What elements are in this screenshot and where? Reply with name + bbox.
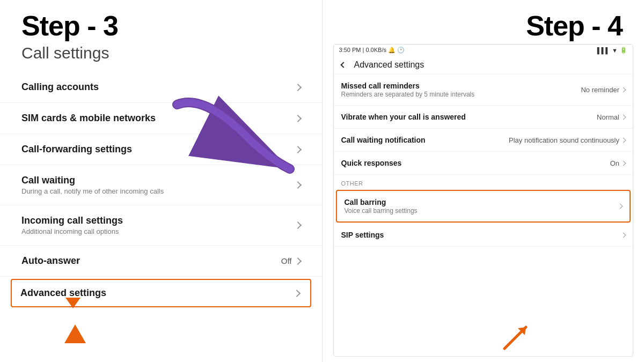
right-panel: Step - 4 3:50 PM | 0.0KB/s 🔔 🕐 ▌▌▌ ▼ 🔋 A…: [323, 0, 645, 362]
chevron-right-icon-auto-answer: [294, 257, 301, 264]
status-icons: ▌▌▌ ▼ 🔋: [597, 47, 627, 54]
phone-item-title-missed-call: Missed call reminders: [341, 82, 581, 90]
phone-item-title-vibrate-call: Vibrate when your call is answered: [341, 113, 597, 121]
chevron-right-icon-incoming-call: [294, 221, 301, 229]
phone-item-title-quick-responses: Quick responses: [341, 159, 610, 167]
chevron-icon-quick-responses: [621, 160, 626, 166]
chevron-icon-sip-settings: [621, 232, 626, 238]
chevron-right-icon-sim-cards: [294, 114, 301, 122]
phone-item-title-sip-settings: SIP settings: [341, 231, 622, 239]
settings-item-incoming-call[interactable]: Incoming call settingsAdditional incomin…: [0, 205, 322, 246]
phone-item-subtitle-missed-call: Reminders are separated by 5 minute inte…: [341, 91, 581, 98]
chevron-right-icon-call-forwarding: [294, 145, 301, 153]
settings-item-title-calling-accounts: Calling accounts: [21, 82, 99, 93]
settings-item-title-advanced-settings: Advanced settings: [20, 287, 106, 299]
settings-item-title-call-forwarding: Call-forwarding settings: [21, 144, 132, 155]
phone-advanced-list: Missed call remindersReminders are separ…: [334, 75, 633, 356]
chevron-icon-missed-call: [621, 87, 626, 93]
arrow-up-indicator: [65, 298, 80, 308]
settings-list: Calling accountsSIM cards & mobile netwo…: [0, 72, 322, 362]
chevron-icon-call-barring: [618, 204, 623, 209]
settings-item-call-forwarding[interactable]: Call-forwarding settings: [0, 134, 322, 165]
phone-header: Advanced settings: [334, 56, 633, 75]
status-bar: 3:50 PM | 0.0KB/s 🔔 🕐 ▌▌▌ ▼ 🔋: [334, 45, 633, 56]
phone-item-call-barring[interactable]: Call barringVoice call barring settings: [336, 190, 631, 223]
phone-screen: 3:50 PM | 0.0KB/s 🔔 🕐 ▌▌▌ ▼ 🔋 Advanced s…: [333, 44, 634, 357]
phone-item-value-call-waiting-notif: Play notification sound continuously: [509, 136, 619, 144]
phone-item-missed-call[interactable]: Missed call remindersReminders are separ…: [334, 75, 633, 106]
settings-item-calling-accounts[interactable]: Calling accounts: [0, 72, 322, 103]
step-title-right: Step - 4: [323, 0, 645, 44]
chevron-right-icon-calling-accounts: [294, 83, 301, 91]
chevron-right-icon-call-waiting: [294, 181, 301, 189]
phone-item-subtitle-call-barring: Voice call barring settings: [345, 207, 619, 215]
phone-item-title-call-waiting-notif: Call waiting notification: [341, 136, 509, 144]
page-title-left: Call settings: [0, 44, 322, 72]
settings-item-subtitle-call-waiting: During a call, notify me of other incomi…: [21, 187, 164, 195]
settings-item-title-auto-answer: Auto-answer: [21, 255, 80, 267]
phone-item-right-missed-call: No reminder: [581, 86, 625, 94]
signal-icon: ▌▌▌: [597, 47, 610, 54]
left-panel: Step - 3 Call settings Calling accountsS…: [0, 0, 322, 362]
wifi-icon: ▼: [612, 47, 618, 54]
phone-item-title-call-barring: Call barring: [345, 198, 619, 206]
phone-item-value-quick-responses: On: [610, 159, 619, 167]
phone-item-sip-settings[interactable]: SIP settings: [334, 224, 633, 247]
settings-item-value-auto-answer: Off: [281, 256, 292, 265]
phone-item-quick-responses[interactable]: Quick responsesOn: [334, 152, 633, 175]
section-other-label: OTHER: [334, 175, 633, 189]
phone-item-vibrate-call[interactable]: Vibrate when your call is answeredNormal: [334, 106, 633, 129]
settings-item-title-call-waiting: Call waiting: [21, 175, 164, 186]
phone-item-right-call-waiting-notif: Play notification sound continuously: [509, 136, 625, 144]
settings-item-sim-cards[interactable]: SIM cards & mobile networks: [0, 103, 322, 134]
phone-item-right-vibrate-call: Normal: [597, 113, 625, 121]
advanced-settings-title: Advanced settings: [354, 60, 425, 70]
phone-item-right-quick-responses: On: [610, 159, 625, 167]
phone-item-value-missed-call: No reminder: [581, 86, 619, 94]
chevron-icon-call-waiting-notif: [621, 137, 626, 143]
status-time: 3:50 PM | 0.0KB/s 🔔 🕐: [339, 47, 405, 54]
phone-item-call-waiting-notif[interactable]: Call waiting notificationPlay notificati…: [334, 129, 633, 152]
settings-item-title-sim-cards: SIM cards & mobile networks: [21, 113, 156, 124]
battery-icon: 🔋: [620, 47, 627, 54]
phone-item-value-vibrate-call: Normal: [597, 113, 619, 121]
settings-item-call-waiting[interactable]: Call waitingDuring a call, notify me of …: [0, 165, 322, 205]
settings-item-subtitle-incoming-call: Additional incoming call options: [21, 227, 123, 235]
settings-item-title-incoming-call: Incoming call settings: [21, 215, 123, 226]
settings-item-advanced-settings[interactable]: Advanced settings: [11, 279, 311, 307]
settings-item-auto-answer[interactable]: Auto-answerOff: [0, 246, 322, 277]
step-title-left: Step - 3: [0, 0, 322, 44]
chevron-right-icon-advanced-settings: [292, 289, 300, 297]
chevron-icon-vibrate-call: [621, 114, 626, 120]
back-arrow-icon[interactable]: [340, 62, 346, 68]
